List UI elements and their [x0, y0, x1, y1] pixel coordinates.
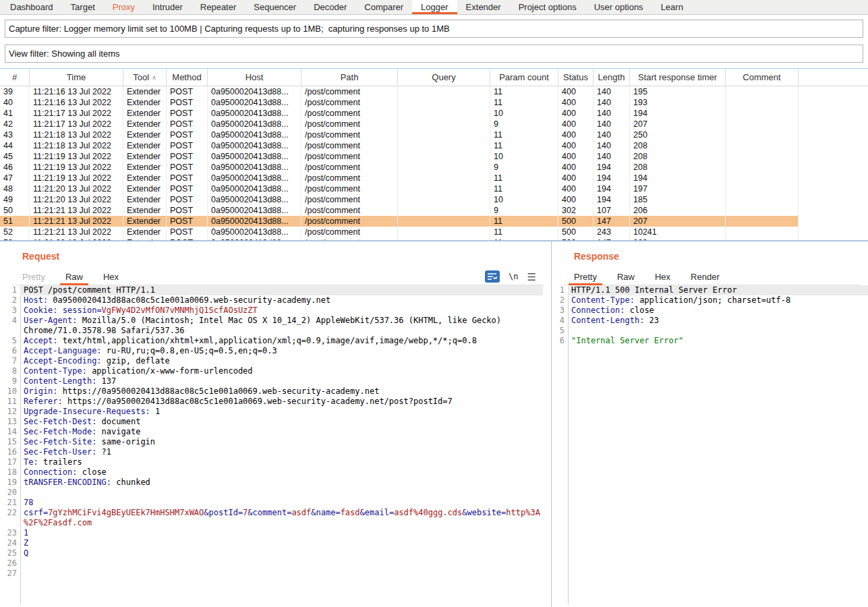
- cell-length: 194: [594, 194, 630, 205]
- menu-tab-user-options[interactable]: User options: [585, 0, 652, 14]
- menu-tab-comparer[interactable]: Comparer: [355, 0, 412, 14]
- table-row[interactable]: 4911:21:20 13 Jul 2022ExtenderPOST0a9500…: [0, 194, 868, 205]
- cell-method: POST: [167, 205, 208, 216]
- column-header-length[interactable]: Length: [594, 69, 630, 86]
- view-filter-bar[interactable]: View filter: Showing all items: [5, 45, 863, 63]
- menu-tab-decoder[interactable]: Decoder: [305, 0, 355, 14]
- cell-tool: Extender: [123, 108, 167, 119]
- line-number: 1: [0, 285, 20, 295]
- response-tab-render[interactable]: Render: [681, 268, 730, 285]
- editor-menu-icon[interactable]: ☰: [527, 272, 536, 282]
- message-editor-area: Request PrettyRawHex \n ☰ 1POST /post/co…: [0, 241, 868, 607]
- menu-tab-project-options[interactable]: Project options: [510, 0, 585, 14]
- request-tab-raw[interactable]: Raw: [55, 268, 93, 285]
- capture-filter-text: Capture filter: Logger memory limit set …: [9, 24, 450, 34]
- table-row[interactable]: 5011:21:21 13 Jul 2022ExtenderPOST0a9500…: [0, 205, 868, 216]
- cell-filler: [799, 97, 868, 108]
- line-text: "Internal Server Error": [568, 336, 868, 346]
- table-row[interactable]: 4311:21:18 13 Jul 2022ExtenderPOST0a9500…: [0, 129, 868, 140]
- column-header-param-count[interactable]: Param count: [490, 69, 558, 86]
- editor-line: 4User-Agent: Mozilla/5.0 (Macintosh; Int…: [0, 316, 543, 336]
- cell-path: /post/comment: [301, 183, 398, 194]
- editor-line: 1HTTP/1.1 500 Internal Server Error: [552, 285, 868, 295]
- column-header-comment[interactable]: Comment: [726, 69, 799, 86]
- menu-tab-proxy[interactable]: Proxy: [104, 0, 144, 14]
- editor-line: 2Content-Type: application/json; charset…: [552, 295, 868, 306]
- line-text: Content-Type: application/json; charset=…: [568, 295, 868, 306]
- column-header-path[interactable]: Path: [301, 69, 398, 86]
- cell-query: [398, 162, 490, 173]
- editor-line: 9Content-Length: 137: [0, 376, 543, 386]
- line-text: Content-Length: 23: [568, 316, 868, 326]
- menu-tab-learn[interactable]: Learn: [652, 0, 692, 14]
- column-header-host[interactable]: Host: [208, 69, 301, 86]
- cell-host: 0a9500020413d88...: [208, 162, 301, 173]
- cell-tool: Extender: [123, 227, 167, 237]
- column-header-query[interactable]: Query: [398, 69, 490, 86]
- cell-path: /post/comment: [301, 151, 398, 162]
- table-row[interactable]: 4611:21:19 13 Jul 2022ExtenderPOST0a9500…: [0, 162, 868, 173]
- request-editor-icons: \n ☰: [485, 268, 536, 285]
- column-header-status[interactable]: Status: [558, 69, 594, 86]
- table-row[interactable]: 4811:21:20 13 Jul 2022ExtenderPOST0a9500…: [0, 183, 868, 194]
- menu-tab-sequencer[interactable]: Sequencer: [245, 0, 305, 14]
- line-number: 4: [552, 316, 568, 326]
- request-tab-pretty[interactable]: Pretty: [12, 268, 55, 285]
- response-tab-bar: PrettyRawHexRender: [564, 268, 861, 285]
- column-header-method[interactable]: Method: [167, 69, 208, 86]
- menu-tab-extender[interactable]: Extender: [457, 0, 510, 14]
- table-row[interactable]: 5211:21:21 13 Jul 2022ExtenderPOST0a9500…: [0, 227, 868, 237]
- cell-length: 194: [594, 183, 630, 194]
- line-text: 1: [20, 528, 543, 538]
- line-text: POST /post/comment HTTP/1.1: [20, 285, 543, 295]
- cell-start-response-timer: 250: [630, 129, 726, 140]
- menu-tab-dashboard[interactable]: Dashboard: [1, 0, 62, 14]
- line-text: Accept-Encoding: gzip, deflate: [20, 356, 543, 366]
- table-row[interactable]: 4411:21:18 13 Jul 2022ExtenderPOST0a9500…: [0, 140, 868, 151]
- request-editor[interactable]: 1POST /post/comment HTTP/1.12Host: 0a950…: [0, 285, 543, 604]
- menu-tab-intruder[interactable]: Intruder: [144, 0, 192, 14]
- column-header-[interactable]: #: [0, 69, 30, 86]
- menu-tab-logger[interactable]: Logger: [412, 0, 457, 14]
- table-row[interactable]: 3911:21:16 13 Jul 2022ExtenderPOST0a9500…: [0, 86, 868, 97]
- request-tab-hex[interactable]: Hex: [93, 268, 129, 285]
- newline-toggle-icon[interactable]: \n: [509, 272, 518, 281]
- menu-tab-repeater[interactable]: Repeater: [192, 0, 245, 14]
- cell-query: [398, 140, 490, 151]
- cell-: 47: [0, 173, 30, 183]
- column-header-time[interactable]: Time: [30, 69, 123, 86]
- cell-tool: Extender: [123, 216, 167, 227]
- cell-length: 194: [594, 162, 630, 173]
- table-row[interactable]: 4011:21:16 13 Jul 2022ExtenderPOST0a9500…: [0, 97, 868, 108]
- cell-host: 0a9500020413d88...: [208, 140, 301, 151]
- table-row[interactable]: 4111:21:17 13 Jul 2022ExtenderPOST0a9500…: [0, 108, 868, 119]
- table-row[interactable]: 4711:21:19 13 Jul 2022ExtenderPOST0a9500…: [0, 173, 868, 183]
- table-row-selected[interactable]: 5111:21:21 13 Jul 2022ExtenderPOST0a9500…: [0, 216, 868, 227]
- line-text: Connection: close: [20, 467, 543, 478]
- column-header-start-response-timer[interactable]: Start response timer: [630, 69, 726, 86]
- cell-filler: [799, 151, 868, 162]
- cell-tool: Extender: [123, 194, 167, 205]
- cell-method: POST: [167, 227, 208, 237]
- response-tab-raw[interactable]: Raw: [607, 268, 645, 285]
- response-tab-pretty[interactable]: Pretty: [564, 268, 607, 285]
- cell-status: 500: [558, 227, 594, 237]
- editor-line: 16Sec-Fetch-User: ?1: [0, 447, 543, 457]
- line-number: 3: [0, 306, 20, 316]
- editor-line: 6"Internal Server Error": [552, 336, 868, 346]
- menu-tab-target[interactable]: Target: [62, 0, 104, 14]
- table-row[interactable]: 4211:21:17 13 Jul 2022ExtenderPOST0a9500…: [0, 119, 868, 129]
- cell-method: POST: [167, 183, 208, 194]
- capture-filter-bar[interactable]: Capture filter: Logger memory limit set …: [5, 20, 863, 38]
- response-tab-hex[interactable]: Hex: [645, 268, 681, 285]
- word-wrap-icon[interactable]: [485, 270, 500, 283]
- table-row[interactable]: 4511:21:19 13 Jul 2022ExtenderPOST0a9500…: [0, 151, 868, 162]
- cell-tool: Extender: [123, 162, 167, 173]
- response-editor[interactable]: 1HTTP/1.1 500 Internal Server Error2Cont…: [552, 285, 868, 604]
- cell-method: POST: [167, 97, 208, 108]
- logger-table: #TimeTool∧MethodHostPathQueryParam count…: [0, 68, 868, 241]
- line-number: 7: [0, 356, 20, 366]
- column-header-tool[interactable]: Tool∧: [123, 69, 167, 86]
- cell-path: /post/comment: [301, 129, 398, 140]
- cell-tool: Extender: [123, 97, 167, 108]
